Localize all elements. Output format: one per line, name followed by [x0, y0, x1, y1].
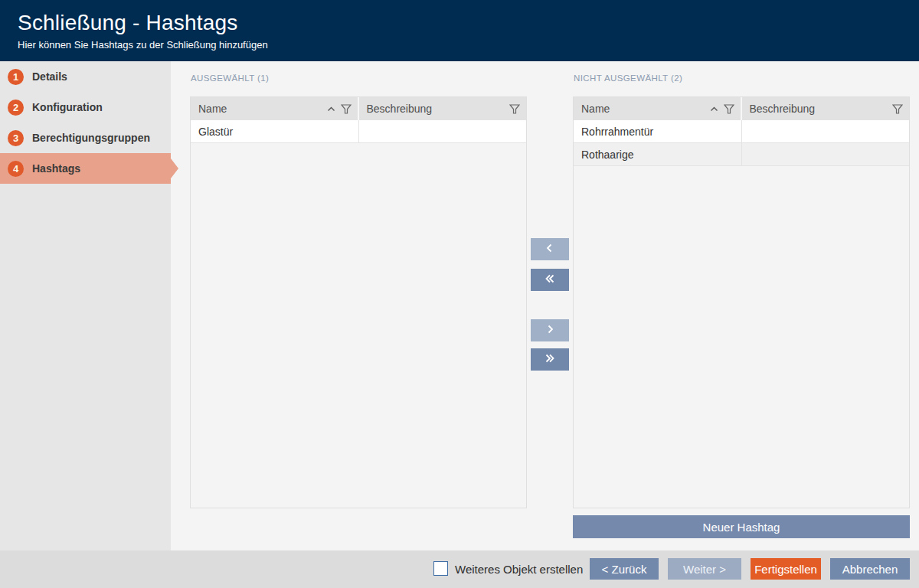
active-step-arrow — [171, 158, 178, 178]
filter-icon[interactable] — [341, 104, 352, 114]
create-another-checkbox[interactable] — [433, 561, 448, 576]
back-button[interactable]: < Zurück — [590, 558, 659, 580]
cell-beschreibung — [742, 120, 910, 142]
page-subtitle: Hier können Sie Hashtags zu der Schließu… — [18, 39, 919, 51]
sidebar-item-details[interactable]: 1 Details — [0, 61, 171, 92]
step-number-badge: 2 — [8, 100, 24, 116]
sidebar-item-label: Berechtigungsgruppen — [32, 132, 150, 144]
table-row[interactable]: Rohrrahmentür — [574, 120, 909, 143]
sidebar-item-berechtigungsgruppen[interactable]: 3 Berechtigungsgruppen — [0, 122, 171, 153]
filter-icon[interactable] — [724, 104, 734, 114]
sort-ascending-icon — [710, 106, 718, 112]
sidebar-item-konfiguration[interactable]: 2 Konfiguration — [0, 92, 171, 122]
unselected-hashtags-table: Name Beschreibung Rohrrahmentür Rothaar — [573, 96, 910, 508]
table-header-row: Name Beschreibung — [191, 97, 526, 120]
cell-name: Rohrrahmentür — [574, 120, 742, 142]
move-all-right-button[interactable] — [531, 348, 569, 371]
create-another-label: Weiteres Objekt erstellen — [455, 550, 583, 588]
column-header-beschreibung[interactable]: Beschreibung — [359, 97, 527, 120]
chevron-left-icon — [545, 243, 554, 255]
cancel-button[interactable]: Abbrechen — [830, 558, 910, 580]
finish-button[interactable]: Fertigstellen — [751, 558, 821, 580]
cell-beschreibung — [359, 120, 527, 142]
move-selected-left-button[interactable] — [531, 238, 569, 260]
selected-hashtags-table: Name Beschreibung Glastür — [190, 96, 527, 508]
double-chevron-right-icon — [544, 354, 556, 365]
cell-beschreibung — [742, 143, 910, 165]
unselected-panel-label: NICHT AUSGEWÄHLT (2) — [574, 74, 682, 83]
next-button[interactable]: Weiter > — [668, 558, 741, 580]
cell-name: Rothaarige — [574, 143, 742, 165]
selected-panel-label: AUSGEWÄHLT (1) — [191, 74, 269, 83]
table-row[interactable]: Glastür — [191, 120, 526, 143]
page-title: Schließung - Hashtags — [18, 11, 919, 35]
column-header-name[interactable]: Name — [191, 97, 359, 120]
sidebar-item-label: Konfiguration — [32, 101, 103, 113]
step-number-badge: 1 — [8, 69, 24, 85]
sidebar-item-label: Hashtags — [32, 162, 80, 175]
chevron-right-icon — [545, 325, 554, 336]
column-header-beschreibung[interactable]: Beschreibung — [742, 97, 910, 120]
step-number-badge: 3 — [8, 130, 24, 146]
wizard-steps-sidebar: 1 Details 2 Konfiguration 3 Berechtigung… — [0, 61, 171, 550]
column-header-label: Beschreibung — [750, 103, 893, 115]
new-hashtag-button[interactable]: Neuer Hashtag — [573, 515, 910, 538]
sidebar-item-hashtags[interactable]: 4 Hashtags — [0, 153, 171, 184]
sort-ascending-icon — [327, 106, 335, 112]
move-all-left-button[interactable] — [531, 269, 569, 291]
double-chevron-left-icon — [544, 274, 556, 286]
column-header-label: Beschreibung — [367, 103, 510, 115]
step-number-badge: 4 — [8, 161, 24, 177]
table-row[interactable]: Rothaarige — [574, 143, 909, 166]
filter-icon[interactable] — [892, 104, 903, 114]
sidebar-item-label: Details — [32, 70, 67, 83]
column-header-name[interactable]: Name — [574, 97, 742, 120]
cell-name: Glastür — [191, 120, 359, 142]
table-header-row: Name Beschreibung — [574, 97, 909, 120]
column-header-label: Name — [581, 103, 710, 115]
wizard-header: Schließung - Hashtags Hier können Sie Ha… — [0, 0, 919, 61]
filter-icon[interactable] — [509, 104, 520, 114]
column-header-label: Name — [198, 103, 327, 115]
move-selected-right-button[interactable] — [531, 319, 569, 341]
